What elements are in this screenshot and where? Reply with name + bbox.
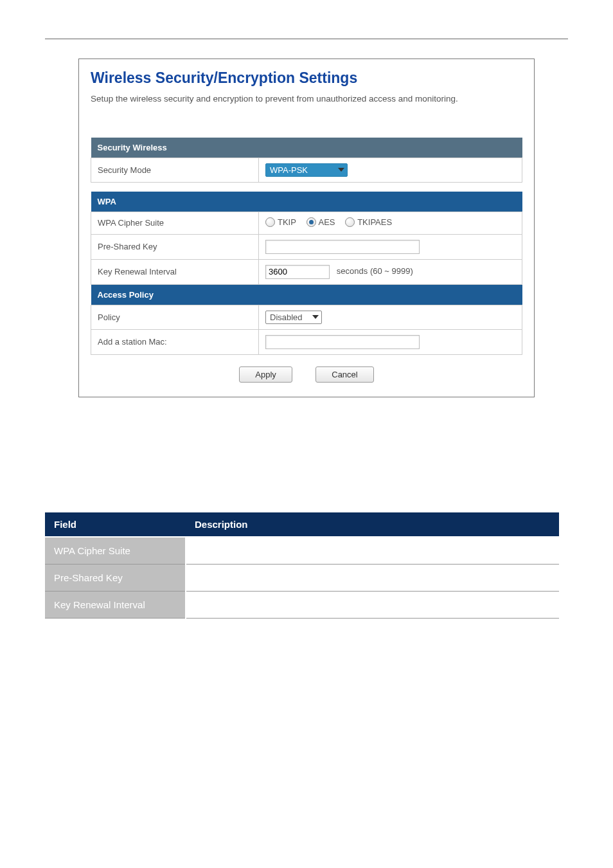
policy-select[interactable]: Disabled xyxy=(265,311,322,324)
section-heading: WPA-PSK/WPA2-PSK xyxy=(45,442,568,458)
footer-model: WNRT-300G xyxy=(45,840,93,850)
apply-button[interactable]: Apply xyxy=(239,366,292,383)
row-label: Pre-Shared Key xyxy=(45,564,186,591)
table-head-field: Field xyxy=(45,512,186,537)
table-head-desc: Description xyxy=(186,512,559,537)
panel-description: Setup the wireless security and encrypti… xyxy=(91,93,522,105)
field-description-table: Field Description WPA Cipher Suite Selec… xyxy=(45,512,559,619)
row-desc: Set the WPA-PSK/WPA2-PSK key. xyxy=(186,564,559,591)
psk-input[interactable] xyxy=(265,240,420,254)
chevron-down-icon xyxy=(338,168,344,172)
section-paragraph: If WPA-PSK or WPA2-PSK is selected, the … xyxy=(45,463,568,493)
footer-page: 38 xyxy=(559,840,568,850)
interval-label: Key Renewal Interval xyxy=(91,259,259,284)
panel-title: Wireless Security/Encryption Settings xyxy=(91,69,522,87)
wpa-cipher-options: TKIP AES TKIPAES xyxy=(259,212,522,234)
interval-input[interactable] xyxy=(265,265,330,279)
chevron-down-icon xyxy=(312,315,319,319)
security-section-header: Security Wireless xyxy=(91,138,522,158)
page: Wireless Security/Encryption Settings Se… xyxy=(0,0,613,868)
row-label: WPA Cipher Suite xyxy=(45,537,186,565)
header-rule xyxy=(45,39,568,39)
policy-label: Policy xyxy=(91,305,259,329)
psk-label: Pre-Shared Key xyxy=(91,234,259,259)
station-mac-label: Add a station Mac: xyxy=(91,329,259,354)
cipher-radio-aes[interactable]: AES xyxy=(306,217,335,227)
row-desc: Set the key renewal interval, which is 6… xyxy=(186,591,559,618)
cancel-button[interactable]: Cancel xyxy=(315,366,373,383)
cipher-radio-tkip[interactable]: TKIP xyxy=(265,217,296,227)
interval-suffix: seconds (60 ~ 9999) xyxy=(337,266,413,276)
access-section-header: Access Policy xyxy=(91,284,522,305)
security-section: Security Wireless Security Mode WPA-PSK xyxy=(91,138,522,183)
table-row: WPA Cipher Suite Select TKIP, AES, or TK… xyxy=(45,537,559,565)
station-mac-input[interactable] xyxy=(265,335,420,349)
wpa-cipher-label: WPA Cipher Suite xyxy=(91,212,259,234)
cipher-radio-tkipaes[interactable]: TKIPAES xyxy=(345,217,392,227)
table-row: Key Renewal Interval Set the key renewal… xyxy=(45,591,559,618)
wpa-section: WPA WPA Cipher Suite TKIP AES TKIPAES Pr… xyxy=(91,192,522,355)
settings-panel: Wireless Security/Encryption Settings Se… xyxy=(78,59,535,397)
table-row: Pre-Shared Key Set the WPA-PSK/WPA2-PSK … xyxy=(45,564,559,591)
wpa-section-header: WPA xyxy=(91,192,522,212)
row-desc: Select TKIP, AES, or TKIPAES as the WPA … xyxy=(186,537,559,565)
row-label: Key Renewal Interval xyxy=(45,591,186,618)
security-mode-value: WPA-PSK xyxy=(270,165,308,175)
security-mode-label: Security Mode xyxy=(91,158,259,182)
security-mode-select[interactable]: WPA-PSK xyxy=(265,163,348,177)
policy-value: Disabled xyxy=(270,312,303,322)
button-row: Apply Cancel xyxy=(91,366,522,383)
